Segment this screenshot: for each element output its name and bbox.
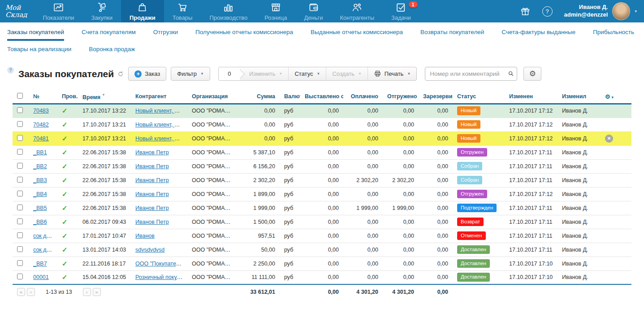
contragent-link[interactable]: Иванов Петр [135, 163, 169, 170]
first-page-button[interactable]: « [17, 288, 25, 296]
row-checkbox[interactable] [17, 274, 23, 279]
help-icon[interactable]: ? [542, 6, 553, 17]
tab-счета-покупателям[interactable]: Счета покупателям [82, 24, 136, 41]
contragent-link[interactable]: Иванов [135, 233, 155, 239]
table-row[interactable]: 00001✓15.04.2016 12:05Розничный покупате… [13, 270, 631, 284]
contragent-link[interactable]: Иванов Петр [135, 219, 169, 225]
nav-item-товары[interactable]: Товары [164, 0, 201, 22]
table-row[interactable]: _BB2✓22.06.2017 15:38Иванов ПетрООО "РОМ… [13, 159, 631, 173]
status-badge[interactable]: Собран [457, 162, 482, 171]
settings-button[interactable]: ⚙ [523, 67, 541, 81]
status-badge[interactable]: Новый [457, 134, 480, 143]
nav-item-розница[interactable]: Розница [256, 0, 295, 22]
status-button[interactable]: Статус ▼ [288, 67, 326, 80]
nav-item-производство[interactable]: Производство [201, 0, 256, 22]
tab-счета-фактуры-выданные[interactable]: Счета-фактуры выданные [501, 24, 575, 41]
create-button[interactable]: Создать ▼ [326, 67, 367, 80]
contragent-link[interactable]: Новый клиент, источ... [135, 122, 187, 128]
order-number-link[interactable]: 00001 [33, 274, 49, 280]
table-row[interactable]: _BB6✓06.02.2017 09:43Иванов ПетрООО "РОМ… [13, 215, 631, 229]
new-order-button[interactable]: + Заказ [128, 67, 166, 81]
contragent-link[interactable]: Новый клиент, источ... [135, 135, 187, 142]
nav-item-закупки[interactable]: Закупки [83, 0, 121, 22]
close-icon[interactable]: ✕ [605, 135, 613, 143]
row-checkbox[interactable] [17, 246, 23, 252]
row-checkbox[interactable] [17, 191, 23, 196]
row-checkbox[interactable] [17, 107, 23, 113]
order-number-link[interactable]: _BB3 [33, 177, 47, 183]
tab-отгрузки[interactable]: Отгрузки [153, 24, 178, 41]
contragent-link[interactable]: Иванов Петр [135, 191, 169, 197]
contragent-link[interactable]: Иванов Петр [135, 149, 169, 156]
row-checkbox[interactable] [17, 149, 23, 155]
page-help-icon[interactable]: ? [7, 67, 14, 74]
row-checkbox[interactable] [17, 121, 23, 127]
refresh-icon[interactable] [117, 71, 124, 77]
status-badge[interactable]: Доставлен [457, 259, 490, 268]
row-checkbox[interactable] [17, 177, 23, 183]
edit-button[interactable]: Изменить ▼ [240, 67, 289, 80]
nav-item-контрагенты[interactable]: Контрагенты [331, 0, 383, 22]
order-number-link[interactable]: _BB5 [33, 205, 47, 211]
tab-товары-на-реализации[interactable]: Товары на реализации [7, 41, 71, 58]
order-number-link[interactable]: _BB4 [33, 191, 47, 197]
prev-page-button[interactable]: ‹ [27, 288, 35, 296]
tab-прибыльность[interactable]: Прибыльность [593, 24, 634, 41]
search-icon[interactable] [508, 70, 514, 77]
contragent-link[interactable]: Розничный покупате... [135, 274, 187, 280]
order-number-link[interactable]: 70483 [33, 108, 49, 114]
last-page-button[interactable]: » [93, 288, 101, 296]
contragent-link[interactable]: Иванов Петр [135, 205, 169, 211]
table-row[interactable]: _BB4✓22.06.2017 15:38Иванов ПетрООО "РОМ… [13, 187, 631, 201]
status-badge[interactable]: Собран [457, 176, 482, 185]
order-number-link[interactable]: _BB7 [33, 261, 47, 267]
row-checkbox[interactable] [17, 218, 23, 224]
search-input[interactable] [425, 67, 517, 81]
contragent-link[interactable]: Новый клиент, источ... [135, 108, 187, 114]
user-menu[interactable]: Иванов Д. admin@denzzel ▾ [564, 2, 637, 20]
print-button[interactable]: Печать ▼ [367, 67, 417, 80]
app-logo[interactable]: Мой Склад [0, 0, 35, 22]
nav-item-задачи[interactable]: 1Задачи [383, 0, 419, 22]
status-badge[interactable]: Доставлен [457, 245, 490, 254]
tab-полученные-отчеты-комиссионера[interactable]: Полученные отчеты комиссионера [195, 24, 293, 41]
table-row[interactable]: сок добр...✓13.01.2017 14:03sdvsdvdvsdОО… [13, 243, 631, 257]
order-number-link[interactable]: 70481 [33, 135, 49, 142]
order-number-link[interactable]: _BB6 [33, 219, 47, 225]
gift-icon[interactable] [520, 6, 531, 17]
status-badge[interactable]: Отгружен [457, 190, 487, 199]
table-row[interactable]: 70482✓17.10.2017 13:21Новый клиент, исто… [13, 118, 631, 131]
status-badge[interactable]: Отменен [457, 231, 486, 240]
order-number-link[interactable]: _BB1 [33, 149, 47, 156]
sort-caret-icon[interactable]: ▼ [102, 93, 105, 97]
column-settings-gear-icon[interactable]: ⚙▼ [605, 93, 614, 100]
table-row[interactable]: _BB5✓22.06.2017 15:38Иванов ПетрООО "РОМ… [13, 201, 631, 215]
status-badge[interactable]: Новый [457, 106, 480, 115]
tab-заказы-покупателей[interactable]: Заказы покупателей [7, 24, 64, 41]
status-badge[interactable]: Возврат [457, 218, 484, 226]
status-badge[interactable]: Отгружен [457, 148, 487, 157]
order-number-link[interactable]: сок добр... [33, 247, 57, 253]
avatar[interactable] [612, 2, 630, 20]
next-page-button[interactable]: › [83, 288, 91, 296]
order-number-link[interactable]: _BB2 [33, 163, 47, 170]
order-number-link[interactable]: 70482 [33, 122, 49, 128]
tab-воронка-продаж[interactable]: Воронка продаж [89, 41, 135, 58]
contragent-link[interactable]: Иванов Петр [135, 177, 169, 183]
nav-item-показатели[interactable]: Показатели [35, 0, 83, 22]
nav-item-продажи[interactable]: Продажи [121, 0, 164, 22]
contragent-link[interactable]: ООО "Покупатель" [135, 261, 184, 267]
status-badge[interactable]: Подтвержден [457, 204, 497, 213]
table-row[interactable]: 70481✓17.10.2017 13:21Новый клиент, исто… [13, 131, 631, 145]
tab-возвраты-покупателей[interactable]: Возвраты покупателей [420, 24, 484, 41]
order-number-link[interactable]: сок добр... [33, 233, 57, 239]
status-badge[interactable]: Доставлен [457, 273, 490, 282]
select-all-checkbox[interactable] [17, 93, 23, 99]
row-checkbox[interactable] [17, 205, 23, 210]
row-checkbox[interactable] [17, 232, 23, 238]
tab-выданные-отчеты-комиссионера[interactable]: Выданные отчеты комиссионера [311, 24, 403, 41]
table-row[interactable]: _BB7✓22.11.2016 18:17ООО "Покупатель"ООО… [13, 257, 631, 270]
nav-item-деньги[interactable]: Деньги [295, 0, 331, 22]
row-checkbox[interactable] [17, 163, 23, 169]
row-checkbox[interactable] [17, 135, 23, 141]
